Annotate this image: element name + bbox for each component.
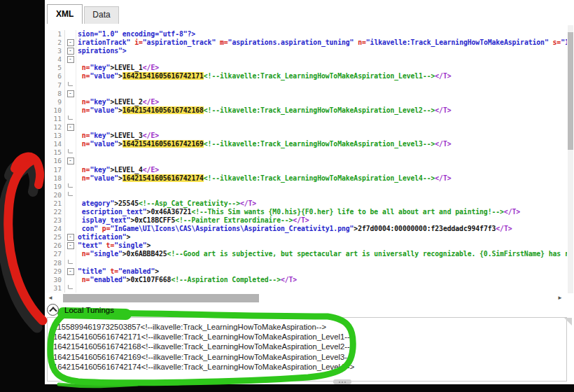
line-number: 18 <box>45 174 65 183</box>
tuning-line: 16421541605616742171<!--ilkavelle:Track_… <box>53 332 566 342</box>
local-tunings-textarea[interactable]: 11558994619732503857<!--ilkavelle:Track_… <box>47 317 567 382</box>
fold-collapse-icon[interactable]: - <box>67 242 74 249</box>
fold-margin[interactable]: - <box>65 47 76 55</box>
line-number: 14 <box>45 140 65 148</box>
code-text: "text" t="single"> <box>76 241 567 250</box>
fold-margin <box>65 276 76 284</box>
code-line[interactable]: 1sion="1.0" encoding="utf-8"?> <box>45 30 567 38</box>
code-line[interactable]: 14 n="value">16421541605616742169<!--ilk… <box>45 140 567 148</box>
code-line[interactable]: 23 isplay_text">0xC18BCFF5<!--Painter Ex… <box>45 216 567 225</box>
fold-margin <box>65 64 76 72</box>
code-line[interactable]: 6 n="value">16421541605616742171<!--ilka… <box>45 72 567 80</box>
code-line[interactable]: 2-irationTrack" i="aspiration_track" m="… <box>45 38 567 47</box>
fold-margin[interactable]: - <box>65 123 76 132</box>
line-number: 22 <box>45 208 65 216</box>
code-text: n="value">16421541605616742169<!--ilkave… <box>76 140 567 148</box>
code-line[interactable]: 26-"text" t="single"> <box>45 241 567 250</box>
code-line[interactable]: 28 <box>45 259 567 267</box>
hscroll-track[interactable] <box>55 293 556 303</box>
vscroll-thumb[interactable] <box>568 32 573 150</box>
code-line[interactable]: 18 n="value">16421541605616742174<!--ilk… <box>45 174 567 183</box>
xml-code-editor[interactable]: 1sion="1.0" encoding="utf-8"?>2-irationT… <box>45 25 567 298</box>
code-text: n="key">LEVEL_4</E> <box>76 166 567 174</box>
line-number: 2 <box>45 38 65 47</box>
code-text: otification"> <box>76 233 567 241</box>
red-arrow-annotation <box>8 157 43 321</box>
fold-end-mark <box>68 192 73 196</box>
fold-margin[interactable]: - <box>65 90 76 98</box>
code-line[interactable]: 19 <box>45 183 567 191</box>
code-text <box>76 191 567 200</box>
code-line[interactable]: 30 n="enabled">0xC107F668<!--Aspiration … <box>45 276 567 284</box>
code-text: n="single">0x6ABBB425<!--Good art is sub… <box>76 250 567 258</box>
code-line[interactable]: 15 <box>45 148 567 157</box>
code-line[interactable]: 16- <box>45 157 567 165</box>
fold-margin[interactable]: - <box>65 157 76 165</box>
tab-data[interactable]: Data <box>84 6 118 24</box>
fold-collapse-icon[interactable]: - <box>67 158 74 164</box>
code-line[interactable]: 24 con" p="InGame\UI\Icons\CAS\Aspiratio… <box>45 225 567 233</box>
hscroll-thumb[interactable] <box>63 294 259 302</box>
code-line[interactable]: 7 <box>45 81 567 90</box>
code-line[interactable]: 5 n="key">LEVEL_1</E> <box>45 64 567 72</box>
code-line[interactable]: 8- <box>45 90 567 98</box>
code-text <box>76 148 567 157</box>
resize-grip-icon[interactable] <box>564 318 572 326</box>
horizontal-scrollbar[interactable]: ◄ ► <box>46 293 564 303</box>
code-line[interactable]: 29-"title" t="enabled"> <box>45 267 567 276</box>
code-line[interactable]: 11 <box>45 115 567 123</box>
fold-margin <box>65 259 76 267</box>
scroll-right-icon[interactable]: ► <box>556 293 564 303</box>
code-text: n="enabled">0xC107F668<!--Aspiration Com… <box>76 276 567 284</box>
line-number: 7 <box>45 81 65 90</box>
vertical-scrollbar[interactable] <box>568 25 573 293</box>
code-line[interactable]: 4- <box>45 55 567 64</box>
fold-collapse-icon[interactable]: - <box>67 124 74 131</box>
code-line[interactable]: 9 n="key">LEVEL_2</E> <box>45 98 567 106</box>
line-number: 29 <box>45 267 65 276</box>
fold-margin[interactable]: - <box>65 55 76 64</box>
fold-collapse-icon[interactable]: - <box>67 48 74 55</box>
splitter-handle[interactable] <box>333 379 351 384</box>
fold-collapse-icon[interactable]: - <box>67 234 74 241</box>
collapse-button[interactable] <box>47 304 59 316</box>
tuning-line: 16421541605616742168<!--ilkavelle:Track_… <box>53 342 566 351</box>
fold-margin[interactable]: - <box>65 38 76 47</box>
code-line[interactable]: 27 n="single">0x6ABBB425<!--Good art is … <box>45 250 567 258</box>
line-number: 24 <box>45 225 65 233</box>
line-number: 4 <box>45 55 65 64</box>
fold-margin <box>65 30 76 38</box>
fold-margin[interactable]: - <box>65 241 76 250</box>
fold-margin <box>65 216 76 225</box>
fold-collapse-icon[interactable]: - <box>67 56 74 63</box>
code-line[interactable]: 21 ategory">25545<!--Asp_Cat_Creativity-… <box>45 200 567 208</box>
tab-xml[interactable]: XML <box>47 4 83 24</box>
code-line[interactable]: 25-otification"> <box>45 233 567 241</box>
code-text <box>76 284 567 293</box>
red-arrow-shadow <box>3 164 37 328</box>
line-number: 20 <box>45 191 65 200</box>
scroll-left-icon[interactable]: ◄ <box>46 293 55 303</box>
code-text: n="key">LEVEL_3</E> <box>76 132 567 140</box>
fold-margin[interactable]: - <box>65 233 76 241</box>
code-text: isplay_text">0xC18BCFF5<!--Painter Extra… <box>76 216 567 225</box>
fold-collapse-icon[interactable]: - <box>67 39 74 46</box>
fold-margin[interactable]: - <box>65 267 76 276</box>
line-number: 12 <box>45 123 65 132</box>
fold-margin <box>65 208 76 216</box>
code-line[interactable]: 20 <box>45 191 567 200</box>
code-line[interactable]: 17 n="key">LEVEL_4</E> <box>45 166 567 174</box>
code-text: "title" t="enabled"> <box>76 267 567 276</box>
fold-collapse-icon[interactable]: - <box>67 90 74 97</box>
fold-collapse-icon[interactable]: - <box>67 268 74 275</box>
line-number: 10 <box>45 106 65 115</box>
fold-margin <box>65 106 76 115</box>
code-line[interactable]: 13 n="key">LEVEL_3</E> <box>45 132 567 140</box>
code-line[interactable]: 3-spirations"> <box>45 47 567 55</box>
code-line[interactable]: 10 n="value">16421541605616742168<!--ilk… <box>45 106 567 115</box>
fold-end-mark <box>68 115 73 120</box>
code-text: sion="1.0" encoding="utf-8"?> <box>76 30 567 38</box>
code-line[interactable]: 22 escription_text">0x46A36721<!--This S… <box>45 208 567 216</box>
code-line[interactable]: 31 <box>45 284 567 293</box>
code-line[interactable]: 12- <box>45 123 567 132</box>
